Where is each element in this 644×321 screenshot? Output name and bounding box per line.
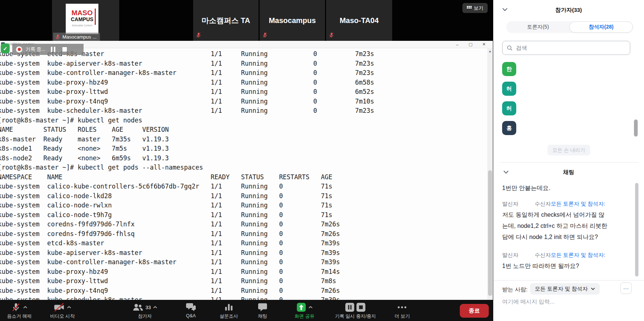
mic-muted-icon: [55, 34, 60, 40]
terminal-scrollbar-thumb[interactable]: [488, 170, 492, 296]
chat-message-line: 는데, node1,2 ctrl+c 하고 마스터 리붓한: [502, 220, 627, 232]
logo-red-bar: [95, 9, 96, 25]
participant-name: 마소캠퍼스 TA: [193, 0, 258, 41]
participant-name: Maso-TA04: [326, 0, 392, 41]
video-tile[interactable]: Masocampus: [260, 0, 325, 41]
chat-message: 발신자수신자모든 토론자 및 참석자:저도 동일하게 checks에서 넘어가질…: [502, 200, 627, 243]
toolbar-item-label: 비디오 시작: [50, 313, 75, 320]
toolbar-item-chat[interactable]: 채팅: [258, 302, 267, 320]
participant-avatar[interactable]: 한: [502, 62, 516, 76]
mic-muted-icon: [196, 32, 201, 38]
terminal-output: kube-system etcd-k8s-master 1/1 Running …: [0, 49, 374, 300]
participants-list: 한허허홍: [502, 62, 516, 141]
participant-name-label: Masocampus ...: [53, 33, 100, 41]
chat-message: 1번만 안붙는데요.: [502, 183, 627, 194]
maximize-icon[interactable]: ▢: [468, 42, 473, 47]
toolbar-item-label: 화면 공유: [295, 313, 314, 320]
participants-scrollbar[interactable]: [634, 119, 638, 137]
participants-count-badge: 33: [146, 305, 151, 310]
toolbar-item-video-muted[interactable]: 비디오 시작: [50, 302, 75, 320]
chat-scrollbar[interactable]: [635, 183, 638, 276]
toolbar-item-mic-muted[interactable]: 음소거 해제: [7, 302, 32, 320]
chevron-up-icon[interactable]: [23, 305, 27, 310]
participants-title: 참가자(33): [493, 7, 644, 14]
toolbar-item-pause-stop[interactable]: 기록 일시 중지/중지: [335, 302, 376, 320]
participant-avatar[interactable]: 홍: [502, 121, 516, 135]
sender-label: 발신자: [502, 252, 518, 258]
tab-panelists[interactable]: 토론자(5): [507, 22, 569, 33]
video-tile[interactable]: Maso-TA04: [326, 0, 392, 41]
chevron-up-icon[interactable]: [67, 305, 71, 310]
stop-recording-icon[interactable]: [62, 47, 67, 52]
chat-message-meta: 발신자수신자모든 토론자 및 참석자:: [502, 252, 627, 259]
chat-title: 채팅: [493, 169, 644, 176]
toolbar-item-polls[interactable]: 설문조사: [219, 302, 238, 320]
chevron-up-icon[interactable]: [153, 305, 157, 310]
toolbar-item-label: Q&A: [186, 313, 196, 318]
view-button-label: 보기: [474, 5, 484, 12]
chat-message-input[interactable]: 여기에 메시지 입력...: [502, 298, 554, 305]
logo-line1: MASO: [66, 9, 98, 16]
meeting-toolbar: 음소거 해제비디오 시작33참가자Q&A설문조사채팅화면 공유기록 일시 중지/…: [0, 300, 493, 321]
recording-label: 기록 중...: [26, 46, 45, 53]
logo-line2: CAMPUS: [66, 16, 98, 22]
chat-icon: [258, 302, 267, 312]
recipient-value-link[interactable]: 모든 토론자 및 참석자:: [551, 252, 605, 258]
participants-tabs: 토론자(5) 참석자(28): [506, 21, 633, 33]
toolbar-item-qa[interactable]: Q&A: [186, 302, 196, 318]
participant-avatar[interactable]: 허: [502, 82, 516, 96]
panel-divider: [500, 162, 639, 163]
recipient-label: 수신자: [535, 252, 551, 258]
pause-recording-icon[interactable]: [51, 47, 55, 52]
logo-line3: Actionable Content: [66, 24, 98, 27]
search-input[interactable]: 검색: [502, 41, 630, 55]
chat-message-line: 저도 동일하게 checks에서 넘어가질 않: [502, 209, 627, 220]
chevron-down-icon: [591, 288, 595, 290]
end-meeting-button[interactable]: 종료: [460, 304, 489, 318]
scroll-up-icon[interactable]: ▲: [487, 49, 493, 53]
terminal-scrollbar[interactable]: ▲: [487, 48, 493, 300]
tab-attendees[interactable]: 참석자(28): [569, 22, 633, 33]
video-strip: MASOCAMPUSActionable ContentMasocampus .…: [0, 0, 493, 41]
chat-more-options-button[interactable]: ···: [620, 282, 632, 294]
minimize-icon[interactable]: –: [455, 42, 459, 47]
video-tile[interactable]: 마소캠퍼스 TA: [193, 0, 258, 41]
participant-avatar[interactable]: 허: [502, 101, 516, 115]
toolbar-item-more[interactable]: 더 보기: [395, 302, 410, 320]
toolbar-item-label: 기록 일시 중지/중지: [335, 313, 376, 320]
security-shield-icon: ✓: [1, 43, 10, 53]
participants-icon: 33: [132, 302, 157, 312]
participant-name: Masocampus: [260, 0, 325, 41]
chat-message-line: 1번 노드만 따라하면 될까요?: [502, 261, 627, 272]
recipient-dropdown[interactable]: 모든 토론자 및 참석자: [530, 283, 600, 295]
video-muted-icon: [53, 302, 71, 312]
mic-muted-icon: [329, 32, 334, 38]
sender-label: 발신자: [502, 201, 518, 207]
toolbar-item-label: 설문조사: [219, 313, 238, 320]
polls-icon: [224, 302, 234, 312]
toolbar-item-label: 더 보기: [395, 313, 410, 320]
search-icon: [507, 45, 513, 51]
recipient-label: 수신자: [535, 201, 551, 207]
lower-all-hands-button[interactable]: 모든 손 내리기: [547, 145, 590, 155]
chat-message-line: 담에 다시 node 1,2 init 하면 되나요?: [502, 232, 627, 243]
toolbar-item-share-screen[interactable]: 화면 공유: [295, 302, 314, 320]
search-placeholder: 검색: [516, 45, 527, 52]
chat-divider: [493, 280, 644, 281]
chevron-up-icon[interactable]: [308, 305, 313, 310]
video-tile[interactable]: MASOCAMPUSActionable ContentMasocampus .…: [52, 0, 119, 41]
mic-muted-icon: [11, 302, 27, 312]
recipient-value: 모든 토론자 및 참석자: [535, 285, 588, 292]
share-screen-icon: [296, 302, 313, 312]
pause-stop-icon: [345, 302, 366, 312]
participant-name: Masocampus ...: [62, 34, 97, 40]
close-icon[interactable]: ✕: [482, 42, 486, 47]
chat-message-line: 1번만 안붙는데요.: [502, 183, 627, 194]
view-button[interactable]: 보기: [462, 3, 488, 13]
zoom-meeting-screen: { "colors": { "accent_blue": "#0e71eb", …: [0, 0, 644, 321]
toolbar-item-participants[interactable]: 33참가자: [132, 302, 157, 320]
toolbar-item-label: 채팅: [258, 313, 267, 320]
maso-campus-logo: MASOCAMPUSActionable Content: [66, 4, 98, 34]
recipient-value-link[interactable]: 모든 토론자 및 참석자:: [551, 201, 605, 207]
recording-indicator: 기록 중...: [12, 44, 84, 55]
